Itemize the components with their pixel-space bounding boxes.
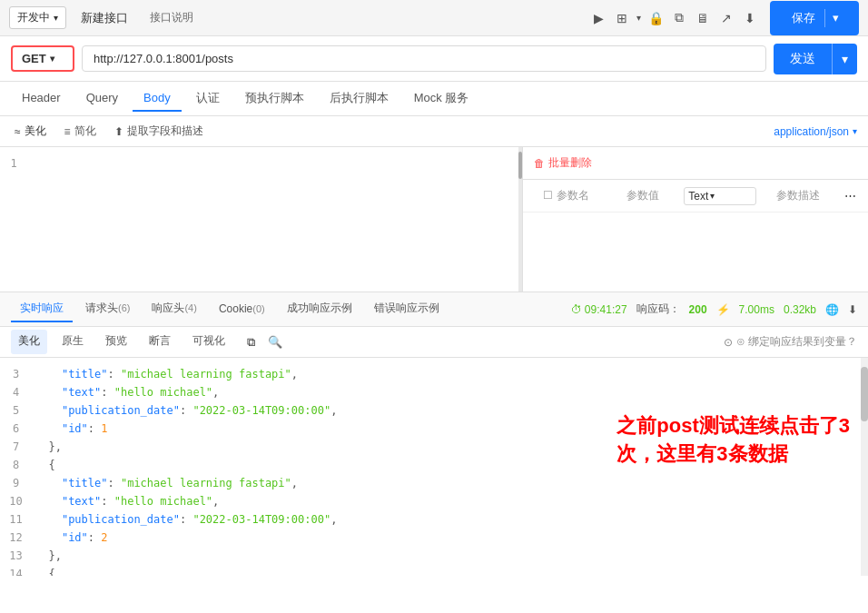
content-type-select[interactable]: application/json ▾ [774, 125, 857, 138]
type-select-label: Text [688, 190, 708, 203]
response-size: 0.32kb [784, 303, 816, 316]
simplify-label: 简化 [74, 124, 96, 139]
simplify-icon: ≡ [64, 125, 71, 138]
content-type-label: application/json [774, 125, 849, 138]
send-arrow-icon[interactable]: ▾ [833, 44, 857, 74]
download-resp-icon[interactable]: ⬇ [848, 303, 857, 316]
method-select[interactable]: GET ▾ [11, 45, 74, 72]
url-bar: GET ▾ 发送 ▾ [0, 36, 868, 82]
resp-line-14: { [35, 565, 857, 576]
editor-content[interactable] [27, 147, 522, 292]
tab-name-label: 新建接口 [74, 10, 135, 26]
monitor-icon[interactable]: 🖥 [694, 9, 712, 27]
batch-delete-button[interactable]: 🗑 批量删除 [534, 155, 592, 171]
top-toolbar: 开发中 ▾ 新建接口 接口说明 ▶ ⊞ ▾ 🔒 ⧉ 🖥 ↗ ⬇ 保存 ▾ [0, 0, 868, 36]
view-visualize-button[interactable]: 可视化 [185, 330, 232, 354]
simplify-button[interactable]: ≡ 简化 [61, 121, 100, 142]
dev-mode-chevron: ▾ [54, 13, 58, 23]
tab-success-example[interactable]: 成功响应示例 [278, 296, 361, 322]
type-select-dropdown[interactable]: Text ▾ [684, 187, 756, 205]
response-speed: 7.00ms [739, 303, 774, 316]
copy-resp-icon[interactable]: ⧉ [247, 335, 255, 350]
type-select-chevron: ▾ [710, 191, 715, 201]
save-button[interactable]: 保存 ▾ [770, 1, 859, 35]
tab-realtime[interactable]: 实时响应 [11, 296, 73, 322]
editor-scrollbar-thumb [518, 152, 522, 179]
send-label: 发送 [774, 44, 833, 74]
response-code-area[interactable]: "title": "michael learning fastapi", "te… [32, 358, 861, 576]
col-data: 参数描述 [762, 188, 833, 203]
more-icon[interactable]: ⋯ [844, 189, 856, 203]
tab-error-example[interactable]: 错误响应示例 [365, 296, 449, 322]
checkbox-icon[interactable]: ☐ [543, 189, 553, 202]
tab-body[interactable]: Body [133, 85, 182, 112]
tab-query[interactable]: Query [75, 85, 129, 112]
view-preview-button[interactable]: 预览 [98, 330, 134, 354]
lock-icon[interactable]: 🔒 [646, 9, 665, 27]
export-icon[interactable]: ↗ [717, 9, 735, 27]
col-actions: ⋯ [839, 189, 861, 203]
extract-button[interactable]: ⬆ 提取字段和描述 [111, 121, 207, 142]
params-column-row: ☐ 参数名 参数值 Text ▾ 参数描述 ⋯ [523, 180, 868, 213]
col-name: ☐ 参数名 [530, 188, 602, 203]
request-tabs: Header Query Body 认证 预执行脚本 后执行脚本 Mock 服务 [0, 82, 868, 116]
tab-auth[interactable]: 认证 [185, 84, 231, 114]
resp-line-7: }, [35, 438, 857, 456]
params-header: 🗑 批量删除 [523, 147, 868, 180]
extract-label: 提取字段和描述 [127, 124, 203, 139]
tab-header[interactable]: Header [11, 85, 72, 112]
params-panel: 🗑 批量删除 ☐ 参数名 参数值 Text ▾ 参数描述 ⋯ [523, 147, 868, 292]
globe-icon: 🌐 [825, 303, 839, 316]
resp-line-6: "id": 1 [35, 420, 857, 438]
bind-icon: ⊙ [724, 336, 733, 349]
resp-line-9: "title": "michael learning fastapi", [35, 474, 857, 492]
response-scrollbar[interactable] [861, 358, 868, 576]
interface-desc-button[interactable]: 接口说明 [143, 7, 201, 28]
view-raw-button[interactable]: 原生 [54, 330, 91, 354]
tab-pre-script[interactable]: 预执行脚本 [234, 84, 315, 114]
tab-resp-headers[interactable]: 响应头(4) [143, 296, 205, 322]
resp-line-11: "publication_date": "2022-03-14T09:00:00… [35, 510, 857, 529]
delete-icon: 🗑 [534, 157, 545, 170]
download-icon[interactable]: ⬇ [741, 9, 759, 27]
beautify-button[interactable]: ≈ 美化 [11, 121, 50, 142]
grid-chevron[interactable]: ▾ [636, 13, 641, 23]
method-label: GET [22, 52, 46, 65]
url-input[interactable] [82, 45, 766, 72]
tab-req-headers[interactable]: 请求头(6) [76, 296, 139, 322]
code-editor[interactable]: 1 [0, 147, 523, 292]
resp-speed-icon: ⚡ [716, 303, 730, 316]
toolbar-icons: ▶ ⊞ ▾ 🔒 ⧉ 🖥 ↗ ⬇ [589, 9, 759, 27]
response-body: 34567 89101112 13141516 "title": "michae… [0, 358, 868, 576]
grid-icon[interactable]: ⊞ [613, 9, 631, 27]
resp-line-10: "text": "hello michael", [35, 492, 857, 510]
response-code: 200 [689, 303, 707, 316]
resp-line-13: }, [35, 547, 857, 565]
response-meta: ⏱ 09:41:27 响应码： 200 ⚡ 7.00ms 0.32kb 🌐 ⬇ [571, 302, 857, 317]
search-resp-icon[interactable]: 🔍 [268, 335, 282, 349]
resp-line-8: { [35, 456, 857, 474]
tab-post-script[interactable]: 后执行脚本 [319, 84, 399, 114]
response-scrollbar-thumb [861, 367, 868, 421]
body-toolbar: ≈ 美化 ≡ 简化 ⬆ 提取字段和描述 application/json ▾ [0, 116, 868, 147]
resp-line-12: "id": 2 [35, 529, 857, 547]
clock-icon: ⏱ [571, 303, 582, 316]
editor-scrollbar[interactable] [518, 147, 522, 292]
tab-mock[interactable]: Mock 服务 [403, 84, 480, 114]
view-beautify-button[interactable]: 美化 [11, 330, 47, 354]
beautify-label: 美化 [25, 124, 46, 139]
view-assert-button[interactable]: 断言 [142, 330, 178, 354]
col-type[interactable]: Text ▾ [684, 187, 756, 205]
send-button[interactable]: 发送 ▾ [774, 44, 857, 74]
tab-cookie[interactable]: Cookie(0) [210, 298, 274, 321]
resp-line-3: "title": "michael learning fastapi", [35, 365, 857, 383]
line-numbers: 1 [0, 147, 27, 180]
play-icon[interactable]: ▶ [589, 9, 607, 27]
main-content-area: 1 🗑 批量删除 ☐ 参数名 参数值 Text [0, 147, 868, 292]
method-chevron: ▾ [50, 54, 54, 64]
copy-icon[interactable]: ⧉ [670, 9, 688, 27]
save-arrow-icon[interactable]: ▾ [825, 6, 846, 29]
bind-response-button[interactable]: ⊙ ⊙ 绑定响应结果到变量？ [724, 334, 857, 350]
response-tabs: 实时响应 请求头(6) 响应头(4) Cookie(0) 成功响应示例 错误响应… [0, 292, 868, 327]
dev-mode-button[interactable]: 开发中 ▾ [9, 6, 66, 29]
